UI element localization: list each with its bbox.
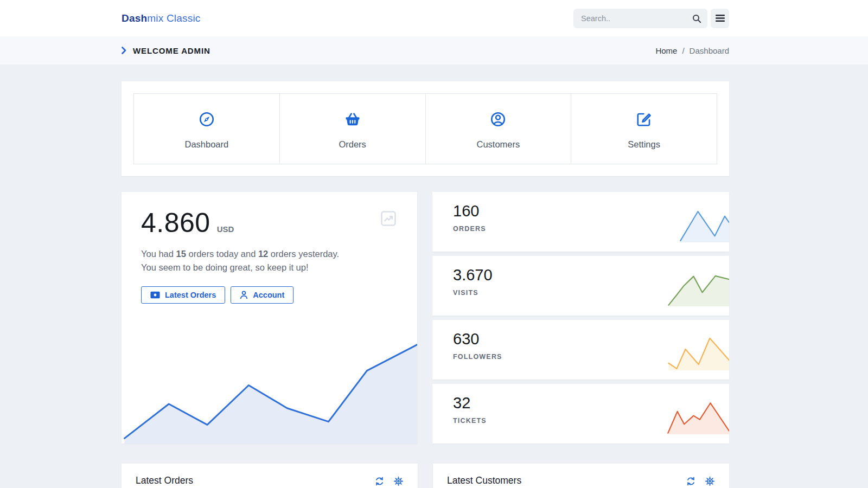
latest-orders-panel: Latest Orders — [122, 464, 418, 488]
brand-logo[interactable]: Dashmix Classic — [122, 12, 201, 24]
compass-icon — [134, 110, 279, 129]
earnings-amount: 4.860 — [141, 207, 210, 239]
person-circle-icon — [426, 110, 571, 129]
earnings-message: You had 15 orders today and 12 orders ye… — [141, 247, 343, 274]
refresh-button[interactable] — [686, 476, 696, 486]
account-button[interactable]: Account — [231, 286, 293, 304]
top-header: Dashmix Classic — [0, 0, 868, 36]
main-content: Dashboard Orders — [122, 81, 729, 488]
breadcrumb-separator: / — [682, 46, 684, 55]
quick-nav-card: Dashboard Orders — [122, 81, 729, 176]
person-icon — [240, 291, 248, 299]
tile-customers[interactable]: Customers — [425, 94, 571, 164]
settings-button[interactable] — [705, 476, 715, 486]
tile-settings[interactable]: Settings — [571, 94, 717, 164]
refresh-button[interactable] — [374, 476, 385, 486]
settings-button[interactable] — [393, 476, 404, 486]
tickets-sparkline-chart — [667, 392, 729, 434]
basket-icon — [280, 110, 425, 129]
pencil-square-icon — [571, 110, 717, 129]
search-box — [573, 9, 707, 28]
stat-card-orders[interactable]: 160 ORDERS — [432, 192, 729, 252]
earnings-currency: USD — [217, 224, 234, 234]
cash-icon — [150, 291, 160, 299]
stat-card-tickets[interactable]: 32 TICKETS — [432, 384, 729, 444]
search-input[interactable] — [573, 9, 707, 28]
stats-column: 160 ORDERS 3.670 VISITS 630 FOLLOWERS 32… — [432, 192, 729, 444]
gear-icon — [705, 476, 715, 486]
brand-bold: Dash — [122, 12, 147, 24]
breadcrumb-current: Dashboard — [690, 46, 729, 55]
latest-orders-button[interactable]: Latest Orders — [141, 286, 225, 304]
menu-toggle-button[interactable] — [711, 9, 729, 28]
followers-sparkline-chart — [667, 328, 729, 370]
page-header-bar: WELCOME ADMIN Home / Dashboard — [0, 36, 868, 65]
search-button[interactable] — [690, 12, 703, 25]
orders-today-count: 15 — [176, 249, 186, 259]
page-title: WELCOME ADMIN — [133, 46, 210, 55]
tile-label: Customers — [426, 139, 571, 150]
stat-card-followers[interactable]: 630 FOLLOWERS — [432, 320, 729, 380]
brand-rest: mix Classic — [147, 12, 200, 24]
gear-icon — [393, 476, 404, 486]
hamburger-icon — [716, 15, 725, 22]
orders-yesterday-count: 12 — [258, 249, 268, 259]
refresh-icon — [686, 476, 696, 486]
latest-customers-panel: Latest Customers — [433, 464, 729, 488]
panel-title: Latest Orders — [136, 475, 193, 486]
tile-orders[interactable]: Orders — [279, 94, 425, 164]
breadcrumb-home-link[interactable]: Home — [655, 46, 677, 55]
tile-dashboard[interactable]: Dashboard — [134, 94, 279, 164]
tile-label: Orders — [280, 139, 425, 150]
earnings-card: 4.860 USD You had 15 orders today and 12… — [122, 192, 417, 444]
search-icon — [692, 14, 701, 23]
tile-label: Settings — [571, 139, 717, 150]
visits-sparkline-chart — [667, 264, 729, 306]
chevron-right-icon — [122, 47, 126, 54]
orders-sparkline-chart — [667, 200, 729, 242]
stat-card-visits[interactable]: 3.670 VISITS — [432, 256, 729, 316]
panel-title: Latest Customers — [447, 475, 521, 486]
breadcrumb: Home / Dashboard — [655, 46, 729, 55]
earnings-area-chart — [122, 339, 417, 444]
refresh-icon — [374, 476, 385, 486]
tile-label: Dashboard — [134, 139, 279, 150]
